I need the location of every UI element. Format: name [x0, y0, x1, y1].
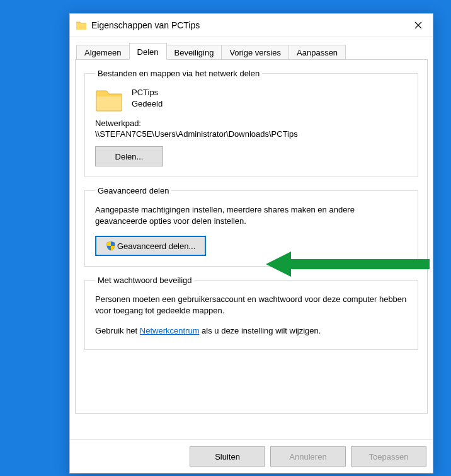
- tab-previous-versions[interactable]: Vorige versies: [221, 45, 289, 60]
- network-center-link[interactable]: Netwerkcentrum: [140, 326, 200, 335]
- advanced-share-button[interactable]: Geavanceerd delen...: [95, 236, 206, 256]
- advanced-share-group: Geavanceerd delen Aangepaste machtiginge…: [84, 186, 418, 267]
- titlebar[interactable]: Eigenschappen van PCTips: [70, 14, 433, 37]
- folder-large-icon: [95, 87, 123, 112]
- network-share-legend: Bestanden en mappen via het netwerk dele…: [95, 69, 262, 78]
- network-path-label: Netwerkpad:: [95, 119, 408, 128]
- close-dialog-button[interactable]: Sluiten: [190, 446, 265, 467]
- properties-dialog: Eigenschappen van PCTips Algemeen Delen …: [69, 13, 433, 473]
- share-button[interactable]: Delen...: [95, 146, 163, 166]
- dialog-button-bar: Sluiten Annuleren Toepassen: [70, 439, 433, 473]
- cancel-button[interactable]: Annuleren: [270, 446, 346, 467]
- tab-panel-sharing: Bestanden en mappen via het netwerk dele…: [75, 59, 428, 414]
- apply-button[interactable]: Toepassen: [351, 446, 426, 467]
- network-share-group: Bestanden en mappen via het netwerk dele…: [84, 69, 418, 177]
- share-name: PCTips: [132, 87, 163, 98]
- password-protect-desc: Personen moeten een gebruikersaccount en…: [95, 294, 408, 316]
- network-path-value: \\STEFAN7C5E\Users\Administrator\Downloa…: [95, 129, 408, 139]
- tab-strip: Algemeen Delen Beveiliging Vorige versie…: [75, 43, 428, 60]
- close-icon: [414, 21, 422, 29]
- tab-area: Algemeen Delen Beveiliging Vorige versie…: [70, 37, 433, 414]
- uac-shield-icon: [106, 241, 116, 251]
- share-info: PCTips Gedeeld: [132, 87, 163, 110]
- share-status: Gedeeld: [132, 98, 163, 110]
- window-title: Eigenschappen van PCTips: [91, 20, 404, 30]
- tab-security[interactable]: Beveiliging: [166, 45, 222, 60]
- tab-customize[interactable]: Aanpassen: [288, 45, 346, 60]
- password-protect-group: Met wachtwoord beveiligd Personen moeten…: [84, 276, 418, 350]
- folder-icon: [76, 21, 86, 30]
- close-button[interactable]: [404, 14, 433, 37]
- tab-general[interactable]: Algemeen: [76, 45, 130, 60]
- advanced-share-button-label: Geavanceerd delen...: [117, 241, 195, 251]
- password-protect-link-line: Gebruik het Netwerkcentrum als u deze in…: [95, 325, 408, 337]
- password-protect-legend: Met wachtwoord beveiligd: [95, 276, 195, 285]
- advanced-share-desc: Aangepaste machtigingen instellen, meerd…: [95, 204, 408, 227]
- advanced-share-legend: Geavanceerd delen: [95, 186, 171, 195]
- tab-sharing[interactable]: Delen: [129, 43, 167, 60]
